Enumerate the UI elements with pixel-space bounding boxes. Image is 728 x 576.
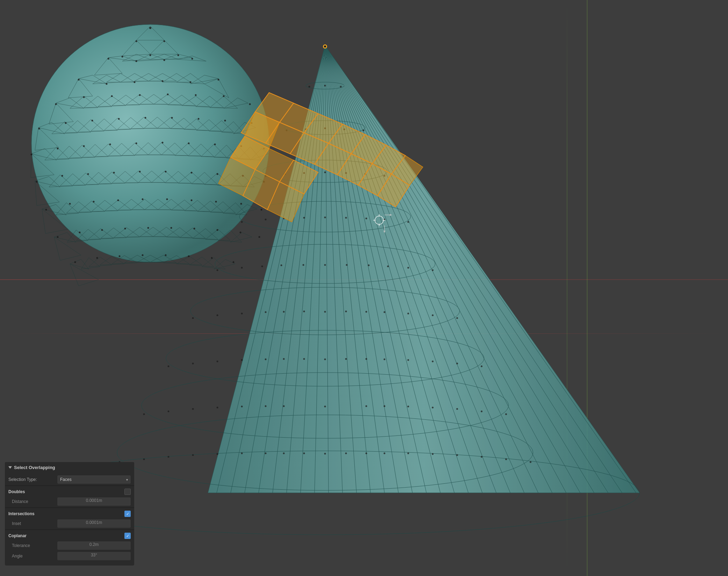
svg-point-46 xyxy=(57,148,59,150)
svg-point-221 xyxy=(192,454,194,456)
svg-point-165 xyxy=(261,266,263,267)
svg-point-51 xyxy=(188,143,190,144)
angle-row: Angle 33° xyxy=(8,552,131,561)
svg-point-209 xyxy=(384,405,385,407)
svg-point-15 xyxy=(122,56,123,58)
check-icon-2: ✓ xyxy=(126,534,129,538)
svg-point-143 xyxy=(324,172,326,173)
svg-point-218 xyxy=(481,456,483,458)
select-overlapping-panel: Select Overlapping Selection Type: Faces… xyxy=(5,462,134,566)
collapse-triangle-icon xyxy=(8,466,12,469)
svg-point-189 xyxy=(217,361,218,362)
angle-input[interactable]: 33° xyxy=(57,552,131,560)
selection-type-dropdown[interactable]: Faces ▾ xyxy=(57,475,131,484)
svg-point-202 xyxy=(168,411,170,412)
svg-point-42 xyxy=(198,118,200,120)
svg-point-50 xyxy=(162,142,164,144)
svg-point-61 xyxy=(191,172,193,174)
inset-input[interactable]: 0.0001m xyxy=(57,519,131,528)
svg-point-90 xyxy=(188,255,190,257)
svg-point-37 xyxy=(65,122,67,124)
svg-point-173 xyxy=(432,315,434,316)
tolerance-input[interactable]: 0.2m xyxy=(57,541,131,550)
tolerance-row: Tolerance 0.2m xyxy=(8,541,131,550)
svg-point-48 xyxy=(109,144,111,145)
svg-point-39 xyxy=(118,118,120,120)
svg-point-32 xyxy=(167,94,169,95)
check-icon: ✓ xyxy=(126,512,129,516)
svg-point-40 xyxy=(145,117,146,119)
panel-title: Select Overlapping xyxy=(14,465,55,470)
intersections-checkbox[interactable]: ✓ xyxy=(124,511,131,517)
svg-point-28 xyxy=(55,103,57,105)
svg-point-72 xyxy=(215,201,217,203)
svg-point-220 xyxy=(456,454,458,456)
svg-point-185 xyxy=(168,366,170,367)
svg-point-193 xyxy=(265,359,267,360)
svg-point-160 xyxy=(432,269,434,271)
svg-point-14 xyxy=(164,41,165,42)
svg-point-25 xyxy=(162,80,164,82)
svg-point-41 xyxy=(171,117,173,119)
svg-point-224 xyxy=(408,453,409,454)
svg-point-163 xyxy=(241,267,243,269)
svg-point-26 xyxy=(190,81,192,83)
svg-point-81 xyxy=(194,228,195,230)
svg-point-18 xyxy=(108,58,109,60)
svg-point-71 xyxy=(191,200,193,201)
intersections-row: Intersections ✓ xyxy=(8,509,131,518)
svg-point-69 xyxy=(142,199,144,200)
coplanar-row: Coplanar ✓ xyxy=(8,531,131,540)
coplanar-checkbox[interactable]: ✓ xyxy=(124,533,131,539)
svg-point-158 xyxy=(303,217,305,219)
doubles-checkbox[interactable] xyxy=(124,489,131,495)
svg-point-23 xyxy=(106,83,108,85)
svg-point-91 xyxy=(211,257,213,259)
svg-point-60 xyxy=(165,171,167,173)
svg-point-82 xyxy=(217,229,218,231)
svg-point-219 xyxy=(168,456,170,458)
divider-1 xyxy=(5,485,134,486)
angle-label: Angle xyxy=(8,554,57,559)
svg-point-203 xyxy=(456,408,458,410)
svg-point-56 xyxy=(62,175,63,177)
distance-label: Distance xyxy=(8,499,57,504)
svg-point-171 xyxy=(456,317,458,319)
svg-point-19 xyxy=(136,60,137,62)
svg-point-20 xyxy=(164,59,165,61)
svg-point-30 xyxy=(111,95,113,97)
svg-point-231 xyxy=(303,453,305,454)
svg-point-150 xyxy=(324,217,326,218)
distance-input[interactable]: 0.0001m xyxy=(57,497,131,506)
svg-point-16 xyxy=(150,55,151,56)
svg-point-206 xyxy=(217,407,218,409)
svg-point-187 xyxy=(192,363,194,365)
svg-point-196 xyxy=(345,358,347,360)
distance-row: Distance 0.0001m xyxy=(8,497,131,506)
svg-point-225 xyxy=(241,453,243,454)
svg-point-204 xyxy=(192,408,194,410)
svg-point-89 xyxy=(165,254,167,256)
svg-point-199 xyxy=(505,413,507,415)
svg-point-183 xyxy=(324,359,326,360)
svg-point-35 xyxy=(249,103,251,105)
svg-point-154 xyxy=(265,219,267,221)
svg-point-52 xyxy=(214,144,216,145)
svg-point-78 xyxy=(124,228,126,230)
panel-header[interactable]: Select Overlapping xyxy=(5,462,134,473)
svg-point-88 xyxy=(142,254,144,256)
svg-point-222 xyxy=(432,453,434,455)
svg-point-77 xyxy=(101,229,103,231)
svg-point-176 xyxy=(241,313,243,315)
svg-point-31 xyxy=(139,94,141,96)
svg-point-13 xyxy=(136,41,137,42)
svg-point-186 xyxy=(456,363,458,365)
svg-point-167 xyxy=(281,265,282,266)
svg-point-216 xyxy=(505,459,507,460)
svg-point-65 xyxy=(45,209,47,211)
svg-point-70 xyxy=(166,199,168,200)
svg-point-62 xyxy=(217,173,218,175)
svg-point-57 xyxy=(87,173,89,175)
svg-point-194 xyxy=(366,358,367,360)
inset-label: Inset xyxy=(8,521,57,526)
